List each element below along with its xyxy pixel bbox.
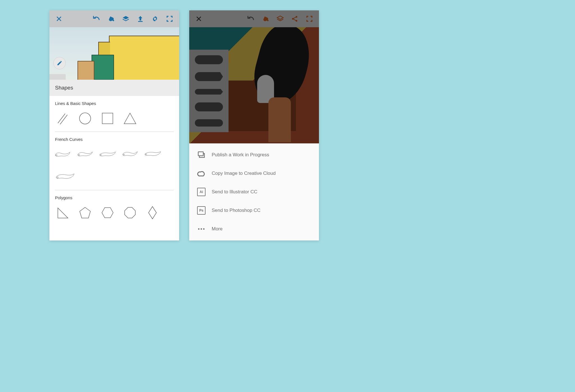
shape-right-triangle[interactable] <box>55 205 70 220</box>
svg-rect-14 <box>198 152 203 156</box>
toolbar <box>189 10 319 27</box>
layers-icon[interactable] <box>120 13 132 25</box>
undo-icon[interactable] <box>90 13 103 25</box>
share-item-label: Send to Photoshop CC <box>212 208 261 213</box>
settings-icon[interactable] <box>149 13 161 25</box>
brush-thin[interactable] <box>195 89 223 95</box>
shape-triangle[interactable] <box>122 111 138 126</box>
more-icon <box>197 225 206 233</box>
canvas-preview <box>49 27 179 80</box>
svg-point-15 <box>198 228 200 230</box>
photoshop-icon: Ps <box>197 206 206 215</box>
shape-french-curve-1[interactable] <box>55 147 70 162</box>
share-item-label: Send to Illustrator CC <box>212 189 257 195</box>
divider <box>55 132 174 132</box>
shape-circle[interactable] <box>77 111 93 126</box>
phone-shapes-panel: Shapes Lines & Basic Shapes French Curve… <box>49 10 179 240</box>
undo-icon[interactable] <box>245 13 257 25</box>
svg-point-2 <box>79 113 91 124</box>
svg-point-7 <box>123 154 124 155</box>
fullscreen-icon[interactable] <box>163 13 176 25</box>
brush-medium[interactable] <box>195 119 223 127</box>
creative-cloud-icon <box>197 169 206 178</box>
svg-point-8 <box>145 154 147 155</box>
share-item-label: Publish a Work in Progress <box>212 152 269 158</box>
toolbar <box>49 10 179 27</box>
close-icon[interactable] <box>193 13 205 25</box>
shape-french-curve-4[interactable] <box>122 147 138 162</box>
pencil-fab-button[interactable] <box>53 57 66 69</box>
section-title-polygons: Polygons <box>55 195 174 200</box>
shape-square[interactable] <box>100 111 115 126</box>
section-title-curves: French Curves <box>55 137 174 142</box>
shapes-row-curves <box>55 147 174 184</box>
svg-point-5 <box>78 154 80 156</box>
shape-french-curve-5[interactable] <box>145 147 160 162</box>
svg-point-4 <box>56 155 57 156</box>
illustrator-icon: Ai <box>197 188 206 196</box>
svg-point-6 <box>100 154 101 155</box>
brush-flat[interactable] <box>195 102 223 111</box>
phone-share-menu: Publish a Work in Progress Copy Image to… <box>189 10 319 240</box>
brush-pointed[interactable] <box>195 72 223 81</box>
layers-icon[interactable] <box>274 13 286 25</box>
shapes-row-basic <box>55 111 174 126</box>
svg-point-16 <box>201 228 202 230</box>
share-item-label: More <box>212 226 223 232</box>
shapes-row-polygons <box>55 205 174 220</box>
svg-rect-3 <box>102 113 113 124</box>
share-item-publish[interactable]: Publish a Work in Progress <box>189 146 319 164</box>
shape-pentagon[interactable] <box>77 205 93 220</box>
fullscreen-icon[interactable] <box>303 13 316 25</box>
divider <box>55 190 174 190</box>
share-item-illustrator[interactable]: Ai Send to Illustrator CC <box>189 183 319 201</box>
fill-icon[interactable] <box>105 13 117 25</box>
svg-rect-1 <box>138 21 143 22</box>
svg-point-9 <box>57 177 58 178</box>
shape-parallel-lines[interactable] <box>55 111 70 126</box>
upload-icon[interactable] <box>134 13 147 25</box>
shape-octagon[interactable] <box>122 205 138 220</box>
fill-icon[interactable] <box>259 13 272 25</box>
shape-rhombus[interactable] <box>145 205 160 220</box>
share-item-more[interactable]: More <box>189 220 319 238</box>
shape-french-curve-2[interactable] <box>77 147 93 162</box>
close-icon[interactable] <box>53 13 65 25</box>
share-icon[interactable] <box>289 13 301 25</box>
share-item-label: Copy Image to Creative Cloud <box>212 171 276 176</box>
svg-point-17 <box>203 228 205 230</box>
publish-icon <box>197 151 206 159</box>
shape-hexagon[interactable] <box>100 205 115 220</box>
shape-french-curve-6[interactable] <box>55 169 75 184</box>
svg-point-10 <box>267 20 269 21</box>
shapes-panel-body: Lines & Basic Shapes French Curves <box>49 96 179 220</box>
brush-panel <box>189 50 229 132</box>
panel-title: Shapes <box>49 80 179 96</box>
share-item-photoshop[interactable]: Ps Send to Photoshop CC <box>189 201 319 220</box>
shape-french-curve-3[interactable] <box>100 147 115 162</box>
share-item-creative-cloud[interactable]: Copy Image to Creative Cloud <box>189 164 319 183</box>
brush-round[interactable] <box>195 55 223 64</box>
canvas-artwork <box>189 10 319 148</box>
share-menu: Publish a Work in Progress Copy Image to… <box>189 143 319 240</box>
svg-point-0 <box>113 20 114 21</box>
section-title-basic: Lines & Basic Shapes <box>55 101 174 106</box>
